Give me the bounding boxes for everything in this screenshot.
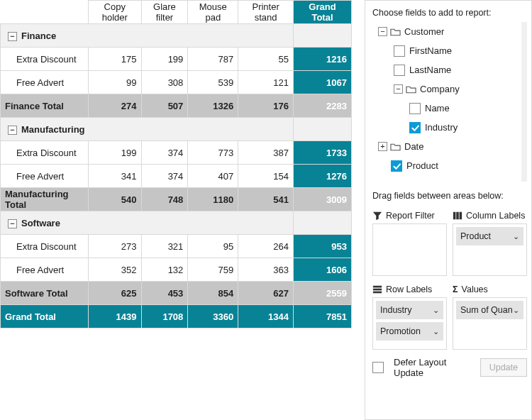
cell: 407: [188, 165, 238, 188]
field-chip-product[interactable]: Product ⌄: [456, 227, 523, 245]
group-row[interactable]: −Manufacturing: [1, 118, 352, 141]
cell: 759: [188, 258, 238, 282]
panel-footer: Defer Layout Update Update: [372, 357, 527, 378]
cell: 132: [141, 258, 188, 282]
chevron-down-icon[interactable]: ⌄: [433, 306, 439, 315]
cell: 264: [238, 235, 294, 258]
folder-icon: [390, 143, 401, 151]
row-total: 1733: [294, 141, 352, 165]
cell: 1344: [238, 305, 294, 328]
data-row: Extra Discount1993747733871733: [1, 141, 352, 165]
area-label: Values: [462, 284, 488, 294]
values-drop-area[interactable]: Sum of Quan ⌄: [453, 297, 527, 350]
data-row: Extra Discount27332195264953: [1, 235, 352, 258]
grand-label: Grand Total: [1, 305, 89, 328]
row-label[interactable]: Free Advert: [1, 71, 89, 94]
cell: 773: [188, 141, 238, 165]
subtotal-total: 2283: [294, 94, 352, 118]
col-header[interactable]: Glare filter: [141, 1, 188, 24]
tree-node-industry[interactable]: Industry: [372, 118, 527, 137]
group-row[interactable]: −Finance: [1, 24, 352, 48]
tree-node-date[interactable]: + Date: [372, 137, 527, 156]
area-title-filter: Report Filter: [372, 208, 447, 223]
checkbox-checked[interactable]: [409, 122, 421, 133]
row-label[interactable]: Free Advert: [1, 165, 89, 188]
cell: 374: [141, 141, 188, 165]
tree-node-customer[interactable]: − Customer: [372, 22, 527, 41]
tree-node-name[interactable]: Name: [372, 99, 527, 118]
checkbox-checked[interactable]: [391, 160, 402, 172]
cell: 387: [238, 141, 294, 165]
defer-checkbox[interactable]: [372, 362, 384, 373]
cell: 541: [238, 188, 294, 211]
col-header[interactable]: Mouse pad: [188, 1, 238, 24]
cell: 748: [141, 188, 188, 211]
field-chip-promotion[interactable]: Promotion ⌄: [376, 322, 443, 341]
field-chip-sumqty[interactable]: Sum of Quan ⌄: [456, 301, 523, 319]
row-label[interactable]: Extra Discount: [1, 141, 89, 165]
chevron-down-icon[interactable]: ⌄: [433, 327, 439, 336]
tree-label: Industry: [425, 122, 458, 133]
expand-icon[interactable]: +: [378, 142, 387, 151]
cell: 374: [141, 165, 188, 188]
tree-node-company[interactable]: − Company: [372, 79, 527, 99]
cell: 3360: [188, 305, 238, 328]
cell: 352: [89, 258, 142, 282]
row-label[interactable]: Extra Discount: [1, 235, 89, 258]
area-label: Column Labels: [466, 211, 525, 221]
blank-corner: [1, 1, 89, 24]
filter-drop-area[interactable]: [372, 223, 447, 276]
tree-node-firstname[interactable]: FirstName: [372, 41, 527, 60]
tree-node-product[interactable]: Product: [372, 156, 527, 175]
collapse-icon[interactable]: −: [8, 219, 17, 228]
scrollbar[interactable]: [521, 22, 527, 182]
row-label[interactable]: Extra Discount: [1, 48, 89, 71]
checkbox[interactable]: [409, 103, 421, 114]
grand-total: 7851: [294, 305, 352, 328]
checkbox[interactable]: [394, 45, 405, 57]
cell: 341: [89, 165, 142, 188]
row-total: 1067: [294, 71, 352, 94]
tree-label: Product: [406, 160, 438, 171]
tree-label: Name: [425, 103, 450, 114]
collapse-icon[interactable]: −: [394, 84, 403, 94]
chevron-down-icon[interactable]: ⌄: [513, 232, 519, 241]
cell: 99: [89, 71, 142, 94]
collapse-icon[interactable]: −: [8, 32, 17, 41]
choose-fields-label: Choose fields to add to report:: [372, 8, 527, 18]
cell: 453: [141, 282, 188, 305]
field-chip-industry[interactable]: Industry ⌄: [376, 301, 443, 319]
columns-drop-area[interactable]: Product ⌄: [453, 223, 527, 276]
svg-rect-3: [373, 286, 382, 288]
row-total: 1276: [294, 165, 352, 188]
tree-label: FirstName: [409, 45, 452, 56]
cell: 540: [89, 188, 142, 211]
subtotal-row: Software Total6254538546272559: [1, 282, 352, 305]
area-title-rows: Row Labels: [372, 282, 447, 297]
cell: 273: [89, 235, 142, 258]
cell: 154: [238, 165, 294, 188]
cell: 1439: [89, 305, 142, 328]
checkbox[interactable]: [394, 65, 405, 76]
col-header[interactable]: Printer stand: [238, 1, 294, 24]
svg-rect-1: [456, 212, 459, 220]
update-button[interactable]: Update: [480, 358, 527, 377]
tree-node-lastname[interactable]: LastName: [372, 60, 527, 79]
cell: 539: [188, 71, 238, 94]
collapse-icon[interactable]: −: [378, 27, 387, 36]
cell: 787: [188, 48, 238, 71]
columns-icon: [453, 211, 462, 221]
rows-icon: [372, 284, 382, 294]
col-header[interactable]: Copy holder: [89, 1, 142, 24]
cell: 363: [238, 258, 294, 282]
rows-drop-area[interactable]: Industry ⌄ Promotion ⌄: [372, 297, 447, 350]
group-row[interactable]: −Software: [1, 211, 352, 235]
folder-icon: [390, 28, 401, 36]
svg-rect-2: [460, 212, 462, 220]
collapse-icon[interactable]: −: [8, 126, 17, 135]
subtotal-total: 3009: [294, 188, 352, 211]
subtotal-label: Software Total: [1, 282, 89, 305]
chevron-down-icon[interactable]: ⌄: [513, 306, 519, 315]
row-label[interactable]: Free Advert: [1, 258, 89, 282]
sigma-icon: Σ: [453, 284, 458, 294]
